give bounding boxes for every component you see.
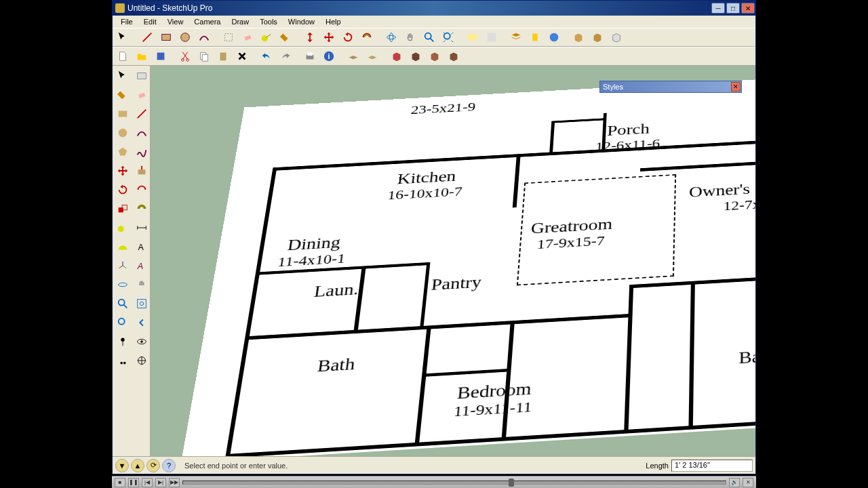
paint-bucket[interactable] [114,86,132,104]
undo-tool[interactable] [258,48,275,64]
axes-tool[interactable] [114,257,132,274]
circle-tool[interactable] [176,29,194,45]
status-up-icon[interactable]: ▲ [131,459,144,472]
freehand-tool[interactable] [133,143,151,161]
rectangle-tool[interactable] [114,105,132,123]
texture-icon[interactable] [445,48,462,64]
volume-icon[interactable]: 🔊 [729,478,740,487]
eraser-tool[interactable] [133,86,151,104]
redo-tool[interactable] [277,48,294,64]
select-tool[interactable] [114,29,132,45]
open-file[interactable] [133,48,151,64]
text-tool[interactable]: A [133,238,151,256]
select-tool[interactable] [114,67,132,85]
prev-button[interactable]: |◀ [142,478,153,487]
orbit-tool[interactable] [114,276,132,293]
rectangle-tool[interactable] [157,29,175,45]
circle-tool[interactable] [114,124,132,142]
3d-text[interactable]: A [133,257,151,274]
status-refresh-icon[interactable]: ⟳ [146,459,160,472]
tape-measure[interactable] [114,219,132,237]
previous-view[interactable] [133,314,151,331]
component-options[interactable] [483,29,500,45]
position-camera[interactable] [114,333,132,350]
shadows-1-icon[interactable] [344,48,362,64]
seek-slider[interactable] [182,481,726,485]
rotate-tool[interactable] [114,181,132,199]
zoom-tool[interactable] [114,295,132,312]
package-2-icon[interactable] [589,29,606,45]
look-around[interactable] [133,333,151,350]
copy-tool[interactable] [195,48,213,64]
menu-edit[interactable]: Edit [138,17,162,26]
arc-tool[interactable] [195,29,213,45]
info-tool[interactable]: i [320,48,338,64]
menu-help[interactable]: Help [320,17,347,26]
move-tool[interactable] [114,162,132,180]
follow-me[interactable] [133,181,151,199]
polygon-tool[interactable] [114,143,132,161]
shadows-2-icon[interactable] [363,48,381,64]
menu-draw[interactable]: Draw [226,17,254,26]
component-tool[interactable] [133,67,151,85]
minimize-button[interactable]: ─ [711,3,725,14]
xray-1-icon[interactable] [388,48,406,64]
arc-tool[interactable] [133,124,151,142]
zoom-window[interactable] [133,295,151,312]
move-tool[interactable] [320,29,338,45]
cube-icon[interactable] [608,29,625,45]
zoom-extents[interactable] [439,29,457,45]
section-plane[interactable] [133,352,151,369]
menu-camera[interactable]: Camera [189,17,226,26]
protractor[interactable] [114,238,132,256]
delete-tool[interactable] [233,48,251,64]
offset-tool[interactable] [358,29,376,45]
rotate-tool[interactable] [339,29,357,45]
length-input[interactable]: 1' 2 13/16" [671,460,753,472]
eraser-tool[interactable] [239,29,256,45]
paste-tool[interactable] [214,48,232,64]
stop-button[interactable]: ■ [115,478,125,487]
make-component[interactable] [220,29,237,45]
styles-close-button[interactable]: ✕ [731,82,741,92]
menu-window[interactable]: Window [283,17,320,26]
save-file[interactable] [152,48,170,64]
paint-bucket[interactable] [277,29,294,45]
maximize-button[interactable]: □ [726,3,740,14]
google-earth-icon[interactable] [545,29,563,45]
pan-tool[interactable] [401,29,419,45]
help-icon[interactable]: ? [162,459,176,472]
push-pull[interactable] [133,162,151,180]
line-tool[interactable] [138,29,156,45]
viewport[interactable]: 23-5x21-9 Porch12-6x11-6 Kitchen16-10x10… [151,66,755,456]
step-button[interactable]: ▶| [155,478,166,487]
place-model[interactable] [526,29,544,45]
zoom-extents[interactable] [114,314,132,331]
next-button[interactable]: ▶▶ [169,478,180,487]
menu-file[interactable]: File [115,17,138,26]
offset-tool[interactable] [133,200,151,218]
status-down-icon[interactable]: ▼ [115,459,129,472]
pause-button[interactable]: ❚❚ [128,478,139,487]
walk-tool[interactable] [114,352,132,369]
line-tool[interactable] [133,105,151,123]
close-button[interactable]: ✕ [741,3,755,14]
push-pull[interactable] [301,29,319,45]
zoom-tool[interactable] [420,29,438,45]
styles-panel[interactable]: Styles ✕ [599,81,742,93]
new-file[interactable] [114,48,132,64]
menu-view[interactable]: View [162,17,189,26]
print-tool[interactable] [301,48,319,64]
xray-2-icon[interactable] [407,48,425,64]
tape-measure[interactable] [258,29,275,45]
menu-tools[interactable]: Tools [254,17,283,26]
pan-tool[interactable] [133,276,151,293]
layers-icon[interactable] [507,29,525,45]
scale-tool[interactable] [114,200,132,218]
cut-tool[interactable] [176,48,194,64]
orbit-tool[interactable] [382,29,400,45]
get-models[interactable] [464,29,481,45]
xray-3-icon[interactable] [426,48,443,64]
dimension-tool[interactable] [133,219,151,237]
video-close-icon[interactable]: ✕ [743,478,753,487]
